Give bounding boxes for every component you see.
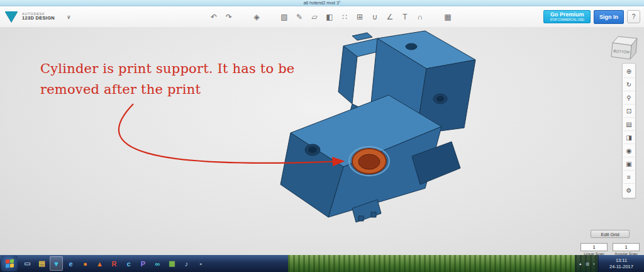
chrome-icon[interactable]: c (122, 256, 135, 271)
tray-network-icon[interactable]: ▥ (586, 261, 589, 266)
photoshop-icon[interactable]: P (136, 256, 150, 271)
shading-icon[interactable]: ◨ (623, 130, 635, 144)
taskbar-clock[interactable]: 13:11 24-11-2017 (599, 255, 644, 272)
linear-snap-input[interactable] (580, 243, 608, 251)
annotation-line-1: Cylinder is print support. It has to be (40, 59, 294, 79)
windows-logo-icon (6, 259, 14, 268)
layers-icon[interactable]: ≡ (623, 170, 635, 183)
orbit-icon[interactable]: ↻ (623, 77, 635, 91)
go-premium-button[interactable]: Go Premium (FOR COMMERCIAL USE) (543, 10, 591, 23)
brand-product: 123D DESIGN (22, 16, 55, 21)
utility-app-icon[interactable]: ▪ (194, 256, 208, 271)
angular-snap-input[interactable] (613, 243, 640, 251)
firefox-icon[interactable]: ● (79, 256, 92, 271)
sign-in-button[interactable]: Sign In (594, 10, 624, 24)
app-toolbar: AUTODESK 123D DESIGN ∨ ↶ ↷ ◈ ▧ ✎ ▱ ◧ ∷ ⊞… (0, 6, 644, 28)
autodesk-logo-icon (5, 11, 18, 22)
sketch-icon[interactable]: ✎ (293, 11, 306, 23)
views-icon[interactable]: ▤ (623, 117, 635, 130)
edit-grid-button[interactable]: Edit Grid (591, 230, 630, 238)
pan-icon[interactable]: ⊕ (623, 65, 635, 77)
primitives-icon[interactable]: ▧ (278, 11, 291, 23)
transform-icon[interactable]: ◈ (250, 11, 263, 23)
modify-icon[interactable]: ◧ (323, 11, 336, 23)
combine-icon[interactable]: ∪ (369, 11, 381, 23)
tray-volume-icon[interactable]: ◗ (593, 262, 596, 266)
system-tray: ▲ ▥ ◗ (575, 255, 599, 272)
tray-up-icon[interactable]: ▲ (579, 262, 582, 266)
settings-icon[interactable]: ⚙ (623, 183, 635, 196)
desktop-wallpaper-strip (288, 255, 597, 272)
toolbar-icons: ↶ ↷ ◈ ▧ ✎ ▱ ◧ ∷ ⊞ ∪ ∠ T ∩ ▦ (208, 6, 454, 27)
go-premium-label: Go Premium (550, 11, 584, 18)
grid-panel: Edit Grid Linear Snap Angular Snap (580, 230, 640, 255)
show-desktop-icon[interactable]: ▭ (21, 256, 34, 271)
internet-explorer-icon[interactable]: e (64, 256, 77, 271)
brand-block: AUTODESK 123D DESIGN ∨ (0, 11, 71, 22)
snap-icon[interactable]: ∩ (414, 11, 426, 23)
text-icon[interactable]: T (399, 11, 411, 23)
zoom-window-icon[interactable]: ⊡ (623, 104, 635, 117)
construct-icon[interactable]: ▱ (308, 11, 321, 23)
navigation-toolbar: ⊕ ↻ ⚲ ⊡ ▤ ◨ ◉ ▣ ≡ ⚙ (622, 63, 636, 198)
clock-date: 24-11-2017 (609, 264, 633, 270)
zoom-icon[interactable]: ⚲ (623, 91, 635, 104)
view-cube[interactable]: BOTTOM (609, 33, 639, 60)
vlc-icon[interactable]: ▲ (93, 256, 106, 271)
camera-icon[interactable]: ▣ (623, 157, 635, 170)
undo-icon[interactable]: ↶ (208, 11, 220, 23)
menu-chevron-icon[interactable]: ∨ (67, 14, 71, 20)
start-button[interactable] (1, 256, 18, 271)
help-button[interactable]: ? (627, 10, 640, 23)
viewport[interactable]: Cylinder is print support. It has to be … (0, 27, 644, 255)
pattern-icon[interactable]: ∷ (338, 11, 351, 23)
app-123d-design-icon[interactable]: ▼ (50, 256, 63, 271)
measure-icon[interactable]: ∠ (384, 11, 396, 23)
go-premium-sub: (FOR COMMERCIAL USE) (550, 18, 584, 21)
notes-app-icon[interactable]: ▦ (165, 256, 179, 271)
window-title: a6 hotend2 mod 3° (0, 0, 644, 6)
opera-icon[interactable]: ∞ (151, 256, 164, 271)
grouping-icon[interactable]: ⊞ (353, 11, 366, 23)
visibility-icon[interactable]: ◉ (623, 144, 635, 157)
clock-time: 13:11 (616, 258, 627, 264)
support-cylinder[interactable] (352, 149, 386, 174)
3d-model[interactable] (280, 31, 475, 222)
r-app-icon[interactable]: R (108, 256, 121, 271)
folder-icon[interactable]: ▤ (35, 256, 48, 271)
material-icon[interactable]: ▦ (441, 11, 454, 23)
annotation-line-2: removed after the print (40, 79, 294, 100)
media-app-icon[interactable]: ♪ (180, 256, 193, 271)
redo-icon[interactable]: ↷ (223, 11, 235, 23)
annotation-text: Cylinder is print support. It has to be … (40, 59, 294, 99)
taskbar: ▭ ▤ ▼ e ● ▲ R c P ∞ ▦ ♪ ▪ ▲ ▥ ◗ 13:11 24… (0, 255, 644, 272)
